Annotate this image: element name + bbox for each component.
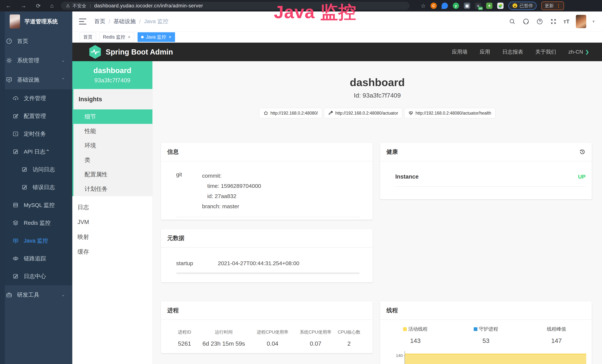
sba-menu-metrics[interactable]: 性能 — [74, 124, 152, 138]
infra-submenu: 文件管理 配置管理 定时任务 — [5, 89, 72, 285]
sba-nav-wallboard[interactable]: 应用墙 — [452, 48, 468, 55]
hamburger-icon[interactable] — [79, 19, 86, 24]
process-card: 进程 进程ID 运行时间 进程CPU使用率 系统CPU使用率 CPU核心数 52… — [161, 301, 373, 353]
cloud-upload-icon — [13, 95, 19, 101]
sba-nav-about[interactable]: 关于我们 — [536, 48, 556, 55]
reload-icon[interactable]: ⟳ — [36, 3, 41, 9]
instance-header[interactable]: dashboard 93a3fc7f7409 — [72, 61, 152, 89]
close-icon[interactable]: ✕ — [168, 35, 172, 39]
sidebar-item-system[interactable]: 系统管理 ⌄ — [0, 51, 72, 70]
extension-leaf-icon[interactable]: ✦ — [486, 3, 493, 9]
breadcrumb-home[interactable]: 首页 — [94, 18, 105, 25]
timer-icon — [13, 131, 19, 137]
sba-menu-scheduled-tasks[interactable]: 计划任务 — [74, 182, 152, 196]
sidebar-item-label: 访问日志 — [33, 166, 55, 173]
sidebar-item-scheduled-job[interactable]: 定时任务 — [5, 125, 72, 143]
sidebar-item-redis-monitor[interactable]: Redis 监控 — [5, 214, 72, 232]
sba-nav-applications[interactable]: 应用 — [480, 48, 490, 55]
breadcrumb-infra[interactable]: 基础设施 — [113, 18, 136, 25]
history-icon[interactable] — [579, 149, 585, 155]
sidebar-item-log-center[interactable]: 日志中心 — [5, 268, 72, 285]
sidebar-item-dev-tools[interactable]: 研发工具 ⌄ — [0, 285, 72, 304]
briefcase-icon — [6, 292, 12, 298]
daemon-threads-value: 53 — [451, 337, 521, 344]
card-title: 健康 — [386, 148, 398, 156]
chevron-up-icon: ⌃ — [62, 77, 65, 82]
sidebar-item-home[interactable]: 首页 — [0, 32, 72, 51]
sidebar-item-trace[interactable]: 链路追踪 — [5, 250, 72, 268]
card-title: 线程 — [386, 307, 398, 314]
service-url-button[interactable]: http://192.168.0.2:48080/ — [259, 108, 322, 118]
extension-y-icon[interactable]: y — [453, 3, 459, 9]
help-icon[interactable] — [536, 18, 543, 25]
fullscreen-icon[interactable] — [550, 18, 557, 25]
sidebar-item-access-log[interactable]: 访问日志 — [5, 161, 72, 178]
breadcrumb-separator: / — [139, 18, 140, 25]
extensions-puzzle-icon[interactable]: 🧩 — [497, 3, 504, 9]
sidebar-item-infra[interactable]: 基础设施 ⌃ — [0, 70, 72, 89]
sba-nav-journal[interactable]: 日志报表 — [502, 48, 523, 55]
sidebar-item-config-manage[interactable]: 配置管理 — [5, 107, 72, 125]
extension-pin-icon[interactable] — [442, 3, 448, 9]
back-icon[interactable]: ← — [6, 3, 11, 9]
sba-menu-logs[interactable]: 日志 — [72, 200, 152, 215]
extension-icon[interactable]: C — [430, 3, 437, 9]
sba-menu-details[interactable]: 细节 — [74, 109, 152, 124]
breadcrumb-current: Java 监控 — [144, 18, 169, 25]
sidebar-item-label: 首页 — [17, 37, 28, 45]
bookmark-star-icon[interactable]: ☆ — [421, 3, 426, 9]
sba-menu-caches[interactable]: 缓存 — [72, 244, 152, 259]
tab-label: 首页 — [83, 34, 93, 40]
sba-menu-classes[interactable]: 类 — [74, 153, 152, 167]
chrome-update-button[interactable]: 更新 ⋮ — [541, 1, 564, 10]
tab-home[interactable]: 首页 — [80, 32, 96, 42]
card-title: 元数据 — [167, 234, 184, 242]
sidebar-item-file-manage[interactable]: 文件管理 — [5, 89, 72, 107]
sidebar-item-error-log[interactable]: 错误日志 — [5, 178, 72, 196]
eye-icon — [13, 256, 19, 261]
sba-header: Spring Boot Admin 应用墙 应用 日志报表 关于我们 zh-CN… — [72, 43, 602, 61]
horizontal-scrollbar[interactable] — [176, 272, 360, 274]
tab-java-monitor[interactable]: Java 监控 ✕ — [138, 32, 175, 42]
github-icon[interactable] — [522, 18, 530, 25]
sidebar-item-java-monitor[interactable]: Java 监控 — [5, 232, 72, 250]
on-badge: on — [478, 7, 483, 10]
actuator-url-button[interactable]: http://192.168.0.2:48080/actuator — [324, 108, 402, 118]
sidebar-item-mysql-monitor[interactable]: MySQL 监控 — [5, 196, 72, 214]
close-icon[interactable]: ✕ — [128, 35, 131, 39]
sba-menu-config-props[interactable]: 配置属性 — [74, 167, 152, 182]
sba-menu-jvm[interactable]: JVM — [72, 215, 152, 230]
threads-legend: 活动线程 143 守护进程 53 线程峰值 — [380, 326, 592, 344]
process-table-header: 进程ID 运行时间 进程CPU使用率 系统CPU使用率 CPU核心数 — [171, 327, 363, 337]
breadcrumb: 首页 / 基础设施 / Java 监控 — [94, 18, 168, 25]
sidebar-item-api-log[interactable]: API 日志 ⌃ — [5, 143, 72, 161]
info-key: git — [176, 171, 202, 211]
sba-brand-title: Spring Boot Admin — [106, 48, 173, 56]
monitor-icon — [6, 76, 12, 83]
sba-menu-mappings[interactable]: 映射 — [72, 230, 152, 244]
avatar-caret-icon[interactable]: ▾ — [592, 19, 595, 24]
font-size-icon[interactable]: ᴛT — [563, 18, 570, 25]
health-url-button[interactable]: http://192.168.0.2:48080/actuator/health — [404, 108, 495, 118]
actuator-url: http://192.168.0.2:48080/actuator — [335, 111, 398, 116]
sba-locale-select[interactable]: zh-CN ❯ — [569, 49, 589, 55]
metadata-value: 2021-04-27T00:44:31.254+08:00 — [218, 260, 300, 267]
sba-menu-environment[interactable]: 环境 — [74, 138, 152, 153]
live-threads-value: 143 — [380, 337, 451, 344]
heartbeat-icon — [408, 111, 413, 116]
forward-icon[interactable]: → — [21, 3, 26, 9]
user-avatar[interactable] — [576, 15, 586, 28]
wrench-icon — [328, 111, 333, 116]
home-icon[interactable]: ⌂ — [50, 3, 54, 9]
sidebar-item-label: 研发工具 — [17, 291, 39, 299]
extension-grid-icon[interactable]: ▦ — [464, 3, 470, 9]
profile-paused-chip[interactable]: 😮 已暂停 — [508, 2, 537, 10]
browser-menu-icon[interactable]: ⋮ — [556, 3, 561, 8]
sidebar-item-label: 系统管理 — [17, 57, 39, 64]
instance-id-line: Id: 93a3fc7f7409 — [153, 92, 602, 99]
extension-switch-icon[interactable]: ≡on — [475, 3, 481, 9]
app-logo[interactable]: 芋道管理系统 — [0, 11, 72, 32]
search-icon[interactable] — [509, 18, 516, 25]
page-annotation: Java 监控 — [255, 0, 376, 24]
tab-redis-monitor[interactable]: Redis 监控 ✕ — [99, 32, 134, 42]
